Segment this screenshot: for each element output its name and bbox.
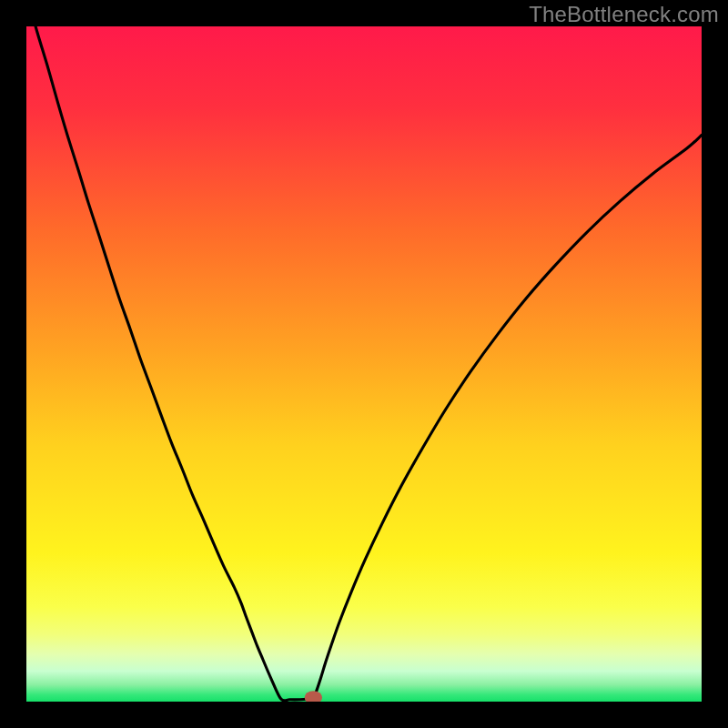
- gradient-background: [26, 26, 702, 702]
- bottleneck-chart: [26, 26, 702, 702]
- watermark-text: TheBottleneck.com: [529, 2, 719, 27]
- chart-frame: TheBottleneck.com: [0, 0, 728, 728]
